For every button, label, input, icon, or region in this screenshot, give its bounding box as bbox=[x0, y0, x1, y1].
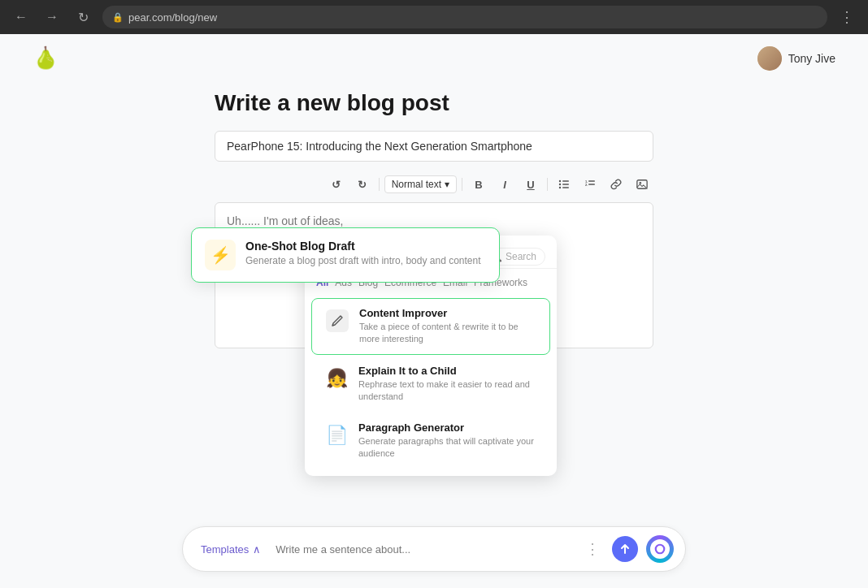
search-placeholder: Search bbox=[506, 251, 536, 262]
explain-child-icon: 👧 bbox=[323, 365, 350, 392]
svg-text:2.: 2. bbox=[585, 183, 588, 187]
page: 🍐 Tony Jive Write a new blog post ↺ ↻ No… bbox=[0, 34, 868, 588]
svg-point-0 bbox=[559, 180, 561, 182]
avatar bbox=[757, 46, 782, 71]
logo-icon: 🍐 bbox=[33, 45, 59, 71]
italic-button[interactable]: I bbox=[493, 173, 516, 196]
page-title: Write a new blog post bbox=[215, 90, 653, 116]
toolbar-divider-1 bbox=[379, 178, 380, 191]
write-input[interactable] bbox=[276, 543, 573, 556]
send-icon bbox=[619, 543, 631, 555]
url-text: pear.com/blog/new bbox=[128, 11, 217, 24]
toolbar-divider-2 bbox=[462, 178, 462, 191]
bold-button[interactable]: B bbox=[467, 173, 490, 196]
bottom-bar: Templates ∧ ⋮ bbox=[182, 526, 686, 572]
lock-icon: 🔒 bbox=[112, 12, 124, 23]
paragraph-gen-text: Paragraph Generator Generate paragraphs … bbox=[358, 422, 539, 460]
svg-rect-5 bbox=[562, 187, 569, 188]
text-style-select[interactable]: Normal text ▾ bbox=[384, 175, 457, 193]
numbered-list-button[interactable]: 1.2. bbox=[579, 173, 601, 196]
svg-point-4 bbox=[559, 187, 561, 188]
templates-button[interactable]: Templates ∧ bbox=[194, 540, 267, 559]
content-improver-icon bbox=[323, 307, 351, 335]
oneshot-card[interactable]: ⚡ One-Shot Blog Draft Generate a blog po… bbox=[191, 227, 500, 283]
explain-child-text: Explain It to a Child Rephrase text to m… bbox=[358, 365, 539, 404]
forward-button[interactable]: → bbox=[41, 6, 63, 28]
content-improver-text: Content Improver Take a piece of content… bbox=[359, 307, 538, 346]
magic-inner bbox=[650, 539, 670, 559]
blog-title-input[interactable] bbox=[215, 131, 653, 162]
refresh-button[interactable]: ↻ bbox=[72, 6, 94, 28]
bullet-list-button[interactable] bbox=[553, 173, 575, 196]
send-button[interactable] bbox=[612, 536, 638, 562]
more-options-button[interactable]: ⋮ bbox=[581, 538, 604, 560]
template-item-paragraph-gen[interactable]: 📄 Paragraph Generator Generate paragraph… bbox=[311, 413, 550, 469]
header: 🍐 Tony Jive bbox=[0, 34, 868, 82]
underline-button[interactable]: U bbox=[519, 173, 542, 196]
oneshot-desc: Generate a blog post draft with intro, b… bbox=[245, 255, 486, 266]
browser-chrome: ← → ↻ 🔒 pear.com/blog/new ⋮ bbox=[0, 0, 868, 34]
toolbar-divider-3 bbox=[547, 178, 548, 191]
svg-rect-3 bbox=[562, 184, 569, 185]
text-style-label: Normal text bbox=[392, 179, 441, 190]
template-item-content-improver[interactable]: Content Improver Take a piece of content… bbox=[311, 298, 550, 355]
svg-point-2 bbox=[559, 184, 561, 185]
paragraph-gen-name: Paragraph Generator bbox=[358, 422, 539, 434]
paragraph-gen-icon: 📄 bbox=[323, 422, 350, 449]
address-bar[interactable]: 🔒 pear.com/blog/new bbox=[102, 6, 827, 28]
editor-toolbar: ↺ ↻ Normal text ▾ B I U 1.2. bbox=[215, 166, 653, 202]
svg-point-11 bbox=[640, 182, 642, 184]
magic-button[interactable] bbox=[646, 535, 674, 563]
editor-area[interactable]: Uh...... I'm out of ideas, Templates Wor… bbox=[215, 202, 653, 348]
explain-child-desc: Rephrase text to make it easier to read … bbox=[358, 378, 539, 404]
undo-button[interactable]: ↺ bbox=[325, 173, 348, 196]
svg-rect-1 bbox=[562, 180, 569, 182]
redo-button[interactable]: ↻ bbox=[351, 173, 374, 196]
oneshot-text: One-Shot Blog Draft Generate a blog post… bbox=[245, 240, 486, 266]
main-content: Write a new blog post ↺ ↻ Normal text ▾ … bbox=[215, 82, 653, 570]
link-button[interactable] bbox=[605, 173, 627, 196]
image-button[interactable] bbox=[631, 173, 653, 196]
oneshot-icon: ⚡ bbox=[205, 240, 236, 270]
paragraph-gen-desc: Generate paragraphs that will captivate … bbox=[358, 435, 539, 460]
browser-menu-button[interactable]: ⋮ bbox=[835, 6, 858, 28]
back-button[interactable]: ← bbox=[10, 6, 33, 28]
template-item-explain-child[interactable]: 👧 Explain It to a Child Rephrase text to… bbox=[311, 357, 550, 412]
explain-child-name: Explain It to a Child bbox=[358, 365, 539, 377]
editor-placeholder: Uh...... I'm out of ideas, bbox=[227, 214, 344, 227]
user-name: Tony Jive bbox=[788, 52, 835, 65]
svg-rect-7 bbox=[588, 180, 595, 182]
svg-rect-12 bbox=[326, 309, 349, 332]
svg-point-13 bbox=[656, 545, 665, 554]
content-improver-desc: Take a piece of content & rewrite it to … bbox=[359, 321, 538, 346]
oneshot-name: One-Shot Blog Draft bbox=[245, 240, 486, 253]
templates-label: Templates bbox=[201, 543, 249, 556]
chevron-up-icon: ∧ bbox=[253, 543, 261, 556]
content-improver-name: Content Improver bbox=[359, 307, 538, 319]
chevron-down-icon: ▾ bbox=[445, 179, 449, 190]
svg-rect-9 bbox=[588, 184, 595, 185]
avatar-image bbox=[757, 46, 782, 71]
user-info: Tony Jive bbox=[757, 46, 835, 71]
